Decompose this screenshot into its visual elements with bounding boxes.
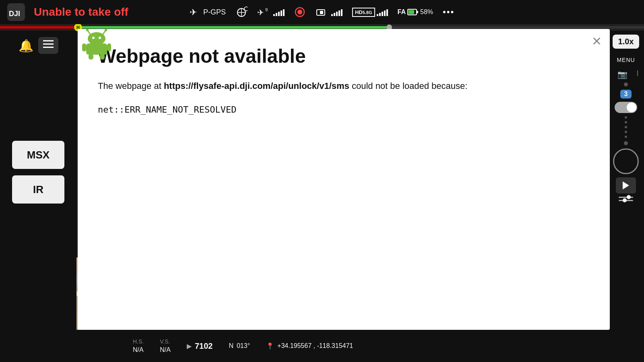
- left-sidebar: 🔔 MSX IR: [0, 31, 76, 362]
- number-badge: 3: [620, 90, 632, 99]
- more-options-button[interactable]: •••: [443, 7, 454, 17]
- small-dot-1: [624, 82, 628, 86]
- svg-text:9: 9: [265, 7, 268, 12]
- hs-value: N/A: [133, 346, 144, 354]
- progress-bar-green: [77, 26, 386, 29]
- flight-arrow-icon: ▶: [187, 342, 192, 350]
- v-dot-4: [625, 131, 627, 133]
- vs-label: V.S.: [160, 338, 171, 345]
- battery-icon: [407, 8, 419, 16]
- horizontal-speed-stat: H.S. N/A: [133, 338, 144, 354]
- gimbal-icon: [315, 6, 330, 18]
- signal-bars-video: [331, 8, 343, 16]
- top-center: ✈ P-GPS ✈ 9: [190, 6, 454, 18]
- progress-bar-red: [0, 26, 77, 29]
- drone-icon: ✈: [190, 6, 201, 18]
- sidebar-top-icons: 🔔: [19, 37, 58, 54]
- svg-point-6: [244, 7, 248, 11]
- playback-button[interactable]: [616, 177, 636, 193]
- svg-rect-38: [100, 54, 105, 60]
- bottom-bar: H.S. N/A V.S. N/A ▶ 7102 N 013° 📍 +34.19…: [0, 330, 644, 362]
- svg-rect-15: [417, 11, 418, 13]
- svg-rect-17: [43, 43, 54, 45]
- v-dot-3: [625, 126, 627, 128]
- small-dot-2: [624, 141, 628, 145]
- v-dot-2: [625, 121, 627, 123]
- svg-rect-12: [320, 11, 323, 14]
- dialog-title: Webpage not available: [98, 45, 590, 67]
- svg-rect-14: [409, 10, 414, 14]
- dialog-url: https://flysafe-api.dji.com/api/unlock/v…: [164, 81, 349, 91]
- wifi-status: [235, 6, 248, 18]
- msx-button[interactable]: MSX: [12, 141, 64, 169]
- dialog-error-code: net::ERR_NAME_NOT_RESOLVED: [98, 105, 590, 115]
- gps-mode-label: P-GPS: [203, 8, 226, 16]
- flight-number-row: ▶ 7102: [187, 341, 213, 351]
- vertical-dots: [625, 116, 627, 138]
- battery-percent: 58%: [420, 8, 433, 16]
- controller-signal: ✈ 9: [257, 6, 285, 18]
- signal-bars-controller: [273, 8, 285, 16]
- video-signal: [315, 6, 343, 18]
- signal-bars-hd: [377, 8, 388, 16]
- controller-icon: ✈ 9: [257, 6, 272, 18]
- heading-direction: N: [229, 342, 233, 350]
- svg-rect-35: [82, 43, 86, 51]
- coordinates: +34.195567 , -118.315471: [277, 342, 353, 350]
- dialog-body-suffix: could not be loaded because:: [349, 81, 468, 91]
- zoom-badge[interactable]: 1.0x: [613, 35, 640, 49]
- bell-icon[interactable]: 🔔: [19, 39, 33, 53]
- battery-status: FA 58%: [398, 8, 433, 16]
- slider-line-1: [619, 197, 633, 198]
- toggle-knob: [627, 103, 636, 112]
- right-sidebar: 1.0x MENU 📷 | 3: [608, 31, 644, 330]
- shutter-button[interactable]: [613, 148, 639, 174]
- svg-point-30: [105, 29, 107, 31]
- wifi-icon: [235, 6, 248, 18]
- svg-rect-34: [86, 43, 107, 55]
- svg-rect-18: [43, 47, 54, 48]
- dji-logo: DJI: [6, 2, 26, 22]
- slider-line-2: [619, 200, 633, 201]
- menu-label: MENU: [617, 57, 635, 63]
- dialog-close-button[interactable]: ✕: [592, 35, 602, 47]
- svg-text:✈: ✈: [190, 7, 197, 17]
- camera-record-icon: [294, 6, 305, 18]
- right-controls: 📷 | 3: [608, 67, 644, 201]
- gps-indicator: ✈ P-GPS: [190, 6, 226, 18]
- camera-status: [294, 6, 305, 18]
- svg-text:DJI: DJI: [9, 10, 20, 18]
- vertical-speed-stat: V.S. N/A: [160, 338, 171, 354]
- hd-badge: HD5.8G: [352, 8, 375, 17]
- top-bar: DJI Unable to take off ✈ P-GPS ✈ 9: [0, 0, 644, 24]
- list-icon: [43, 40, 54, 48]
- svg-point-31: [88, 32, 105, 45]
- record-indicator: |: [637, 70, 638, 79]
- camera-icon[interactable]: 📷: [617, 70, 627, 79]
- flight-number: 7102: [195, 341, 213, 351]
- v-dot-5: [625, 136, 627, 138]
- svg-text:✈: ✈: [257, 8, 264, 17]
- hd-status: HD5.8G: [352, 8, 388, 17]
- android-robot-icon: [80, 27, 113, 60]
- hs-label: H.S.: [133, 338, 144, 345]
- svg-rect-16: [43, 40, 54, 41]
- svg-rect-37: [89, 54, 93, 60]
- vs-value: N/A: [160, 346, 171, 354]
- svg-point-10: [297, 10, 302, 14]
- svg-point-32: [92, 37, 95, 39]
- heading-stat: N 013°: [229, 342, 250, 350]
- svg-point-33: [99, 37, 101, 39]
- play-icon: [623, 181, 629, 189]
- ir-button[interactable]: IR: [12, 175, 64, 204]
- v-dot-1: [625, 116, 627, 119]
- dialog-body: The webpage at https://flysafe-api.dji.c…: [98, 79, 590, 93]
- settings-sliders-button[interactable]: [619, 197, 633, 201]
- webpage-dialog: ✕ Webpage not available The webpage at h…: [78, 29, 610, 330]
- svg-point-28: [86, 29, 89, 31]
- toggle-switch[interactable]: [615, 102, 637, 113]
- svg-rect-36: [107, 43, 111, 51]
- coordinates-row: 📍 +34.195567 , -118.315471: [266, 342, 353, 350]
- menu-list-button[interactable]: [38, 37, 58, 54]
- coordinates-pin-icon: 📍: [266, 342, 274, 350]
